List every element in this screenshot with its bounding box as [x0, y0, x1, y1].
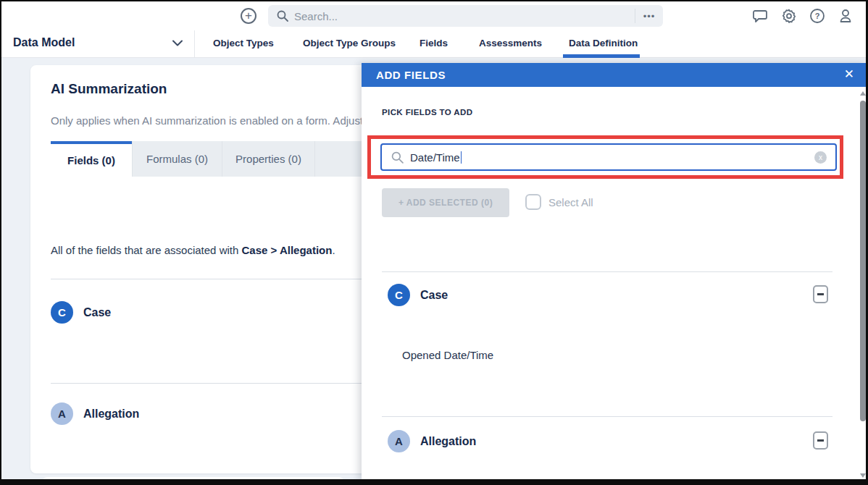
gear-icon[interactable]	[780, 7, 798, 25]
help-icon[interactable]: ?	[809, 7, 826, 25]
field-item-opened-datetime[interactable]: Opened Date/Time	[402, 349, 493, 361]
panel-header: ADD FIELDS ✕	[362, 63, 867, 87]
plus-icon: +	[398, 198, 404, 208]
group-name: Case	[83, 306, 111, 319]
select-all-control: Select All	[525, 194, 593, 210]
ellipsis-icon[interactable]: •••	[635, 11, 663, 22]
page-title: AI Summarization	[51, 81, 167, 97]
module-selector[interactable]: Data Model	[13, 36, 75, 49]
case-avatar: C	[51, 301, 73, 324]
nav-divider	[194, 30, 195, 58]
scrollbar-thumb[interactable]	[860, 101, 866, 421]
chat-icon[interactable]	[752, 7, 769, 25]
search-icon	[391, 151, 404, 164]
clear-search-icon[interactable]: x	[814, 151, 827, 164]
panel-scrollbar[interactable]	[859, 87, 867, 481]
content-area: AI Summarization Only applies when AI su…	[1, 59, 866, 479]
tab-fields[interactable]: Fields	[420, 38, 448, 48]
tab-fields-count[interactable]: Fields (0)	[51, 141, 132, 177]
text-cursor	[461, 151, 462, 164]
divider	[382, 416, 832, 417]
svg-text:?: ?	[815, 12, 820, 20]
fields-association-note: All of the fields that are associated wi…	[51, 244, 335, 256]
select-all-label: Select All	[548, 196, 593, 208]
tab-assessments[interactable]: Assessments	[479, 38, 542, 48]
global-search-input[interactable]: Search... •••	[268, 5, 663, 27]
case-avatar: C	[388, 284, 410, 306]
tab-formulas-count[interactable]: Formulas (0)	[132, 141, 222, 177]
search-value: Date/Time	[410, 151, 460, 164]
group-name: Case	[420, 289, 448, 302]
plus-circle-icon[interactable]: +	[241, 8, 256, 24]
topbar-icon-group: ?	[752, 7, 854, 25]
scroll-up-icon[interactable]	[860, 91, 866, 96]
search-icon	[277, 10, 288, 22]
allegation-avatar: A	[388, 430, 410, 452]
tab-object-type-groups[interactable]: Object Type Groups	[303, 38, 396, 48]
panel-group-case: C Case	[388, 284, 448, 306]
tab-object-types[interactable]: Object Types	[213, 38, 274, 48]
app-window: + Search... ••• ? Data Model	[0, 0, 868, 485]
group-name: Allegation	[420, 435, 476, 448]
add-fields-panel: ADD FIELDS ✕ PICK FIELDS TO ADD Date/Tim…	[362, 63, 867, 481]
chevron-down-icon[interactable]	[172, 40, 183, 46]
divider	[382, 271, 832, 272]
user-icon[interactable]	[837, 7, 854, 25]
search-placeholder: Search...	[294, 10, 635, 22]
tab-data-definition[interactable]: Data Definition	[569, 38, 638, 48]
module-nav-bar: Data Model Object Types Object Type Grou…	[1, 30, 866, 58]
top-bar: + Search... ••• ?	[1, 1, 866, 30]
field-search-input[interactable]: Date/Time x	[380, 143, 837, 171]
group-row-allegation[interactable]: A Allegation	[51, 402, 139, 425]
active-tab-indicator	[563, 54, 640, 58]
panel-title: ADD FIELDS	[376, 69, 446, 81]
add-selected-button[interactable]: + ADD SELECTED (0)	[382, 188, 509, 217]
allegation-avatar: A	[51, 402, 73, 425]
collapse-allegation-icon[interactable]	[813, 431, 828, 450]
scroll-down-icon[interactable]	[860, 473, 866, 478]
group-row-case[interactable]: C Case	[51, 301, 111, 324]
pick-fields-label: PICK FIELDS TO ADD	[382, 108, 472, 117]
close-icon[interactable]: ✕	[844, 67, 854, 82]
panel-group-allegation: A Allegation	[388, 430, 476, 452]
group-name: Allegation	[83, 408, 139, 421]
tab-properties-count[interactable]: Properties (0)	[222, 141, 314, 177]
collapse-case-icon[interactable]	[813, 285, 828, 303]
select-all-checkbox[interactable]	[525, 194, 541, 210]
next-card-edge	[43, 477, 343, 481]
